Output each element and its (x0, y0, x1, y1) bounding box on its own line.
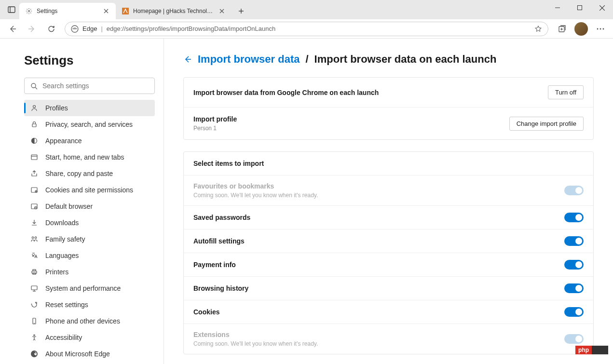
forward-button[interactable] (23, 21, 41, 37)
sidebar-item-label: Start, home, and new tabs (45, 153, 124, 161)
toggle[interactable] (564, 213, 584, 222)
sidebar-item-label: Reset settings (45, 301, 88, 309)
import-item: Browsing history (184, 277, 593, 300)
import-item-title: Browsing history (193, 284, 248, 292)
sidebar-item-label: Downloads (45, 219, 79, 227)
section-header: Select items to import (184, 152, 593, 175)
new-tab-button[interactable] (234, 4, 248, 18)
site-icon (122, 7, 129, 15)
row-title: Import profile (193, 115, 237, 123)
settings-sidebar: Settings ProfilesPrivacy, search, and se… (0, 39, 164, 364)
sidebar-item-cookies[interactable]: Cookies and site permissions (24, 182, 155, 198)
tabs: Settings Homepage | gHacks Technology (19, 0, 248, 19)
import-item: Favourites or bookmarksComing soon. We'l… (184, 175, 593, 206)
close-icon[interactable] (102, 7, 110, 15)
sidebar-item-family[interactable]: Family safety (24, 231, 155, 247)
svg-rect-11 (578, 6, 582, 10)
search-icon (30, 82, 38, 90)
sidebar-item-accessibility[interactable]: Accessibility (24, 329, 155, 346)
maximize-button[interactable] (569, 0, 591, 15)
import-item: Autofill settings (184, 229, 593, 253)
sidebar-item-about[interactable]: About Microsoft Edge (24, 346, 155, 362)
browser-icon (30, 202, 39, 211)
sidebar-item-label: About Microsoft Edge (45, 350, 110, 358)
import-item-title: Payment info (193, 261, 236, 269)
content: Settings ProfilesPrivacy, search, and se… (0, 39, 613, 364)
sidebar-item-lock[interactable]: Privacy, search, and services (24, 116, 155, 133)
turn-off-button[interactable]: Turn off (548, 85, 584, 99)
svg-rect-39 (31, 286, 37, 290)
close-icon[interactable] (218, 7, 226, 15)
toggle[interactable] (564, 260, 584, 270)
sidebar-item-label: Printers (45, 268, 68, 276)
breadcrumb-link[interactable]: Import browser data (198, 53, 300, 66)
languages-icon (30, 251, 39, 260)
search-input[interactable] (42, 82, 149, 90)
sidebar-item-start[interactable]: Start, home, and new tabs (24, 149, 155, 165)
printers-icon (30, 268, 39, 276)
sidebar-item-profiles[interactable]: Profiles (24, 100, 155, 116)
svg-rect-26 (32, 124, 36, 127)
share-icon (30, 169, 39, 178)
sidebar-item-label: Accessibility (45, 334, 82, 341)
sidebar-item-label: Phone and other devices (45, 317, 120, 325)
refresh-button[interactable] (42, 21, 60, 37)
sidebar-item-download[interactable]: Downloads (24, 215, 155, 231)
toggle[interactable] (564, 236, 584, 246)
import-profile-row: Import profile Person 1 Change import pr… (184, 108, 593, 139)
tab-settings[interactable]: Settings (19, 3, 116, 19)
search-settings[interactable] (24, 78, 155, 94)
import-item: ExtensionsComing soon. We'll let you kno… (184, 324, 593, 354)
toggle[interactable] (564, 307, 584, 317)
profile-avatar[interactable] (572, 21, 590, 37)
sidebar-item-label: Cookies and site permissions (45, 186, 133, 194)
system-icon (30, 284, 39, 293)
sidebar-item-reset[interactable]: Reset settings (24, 297, 155, 313)
change-profile-button[interactable]: Change import profile (509, 117, 584, 131)
favorites-icon[interactable] (534, 25, 542, 33)
sidebar-item-label: Profiles (45, 104, 68, 112)
breadcrumb-back-icon[interactable] (183, 55, 192, 64)
import-item-desc: Coming soon. We'll let you know when it'… (193, 340, 318, 347)
address-bar[interactable]: Edge | edge://settings/profiles/importBr… (65, 22, 548, 36)
sidebar-item-label: Privacy, search, and services (45, 121, 133, 128)
sidebar-item-label: Languages (45, 252, 79, 259)
svg-rect-37 (33, 270, 36, 271)
close-window-button[interactable] (591, 0, 613, 15)
profiles-icon (30, 104, 39, 112)
sidebar-item-label: Appearance (45, 137, 82, 145)
svg-point-22 (603, 28, 604, 29)
sidebar-item-printers[interactable]: Printers (24, 264, 155, 280)
svg-point-25 (33, 106, 36, 108)
menu-button[interactable] (592, 21, 609, 37)
svg-point-21 (600, 28, 601, 29)
collections-button[interactable] (553, 21, 571, 37)
tab-ghacks[interactable]: Homepage | gHacks Technology (116, 3, 232, 19)
sidebar-item-phone[interactable]: Phone and other devices (24, 313, 155, 329)
sidebar-item-appearance[interactable]: Appearance (24, 133, 155, 149)
import-item: Payment info (184, 253, 593, 277)
reset-icon (30, 300, 39, 309)
svg-point-34 (32, 237, 34, 239)
gear-icon (25, 7, 33, 15)
minimize-button[interactable] (546, 0, 569, 15)
import-item-title: Autofill settings (193, 237, 245, 245)
breadcrumb: Import browser data / Import browser dat… (183, 53, 594, 66)
import-item-desc: Coming soon. We'll let you know when it'… (193, 192, 318, 199)
sidebar-item-share[interactable]: Share, copy and paste (24, 165, 155, 182)
lock-icon (30, 120, 39, 129)
svg-line-24 (35, 87, 37, 89)
sidebar-item-browser[interactable]: Default browser (24, 198, 155, 215)
tab-actions-icon[interactable] (4, 2, 19, 17)
sidebar-item-languages[interactable]: Languages (24, 247, 155, 264)
family-icon (30, 235, 39, 243)
sidebar-item-label: System and performance (45, 284, 121, 292)
row-title: Import browser data from Google Chrome o… (193, 89, 379, 96)
import-items-card: Select items to import Favourites or boo… (183, 151, 594, 354)
import-item: Saved passwords (184, 206, 593, 229)
row-subtitle: Person 1 (193, 125, 237, 132)
toolbar: Edge | edge://settings/profiles/importBr… (0, 19, 613, 39)
sidebar-item-system[interactable]: System and performance (24, 280, 155, 297)
back-button[interactable] (4, 21, 21, 37)
toggle[interactable] (564, 283, 584, 293)
